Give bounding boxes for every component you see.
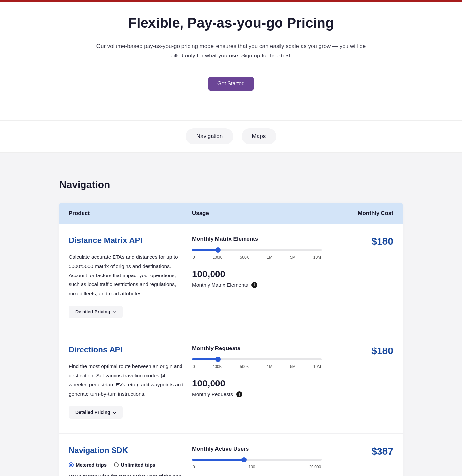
radio-checked-icon xyxy=(69,462,74,467)
monthly-cost: $180 xyxy=(328,345,393,356)
pricing-mode-radios: Metered trips Unlimited trips xyxy=(69,462,185,468)
slider-thumb[interactable] xyxy=(215,247,221,253)
detailed-pricing-label: Detailed Pricing xyxy=(75,410,110,415)
header-product: Product xyxy=(69,210,192,217)
get-started-button[interactable]: Get Started xyxy=(208,77,254,91)
table-header: Product Usage Monthly Cost xyxy=(59,203,403,224)
hero-title: Flexible, Pay-as-you-go Pricing xyxy=(7,15,455,31)
slider-ticks: 0 100 20,000 xyxy=(192,465,322,469)
usage-slider[interactable]: 0 100K 500K 1M 5M 10M xyxy=(192,358,322,369)
info-icon[interactable]: i xyxy=(236,391,242,397)
tabs-bar: Navigation Maps xyxy=(0,121,462,153)
table-row: Navigation SDK Metered trips Unlimited t… xyxy=(59,434,403,476)
usage-value-label: Monthly Requests xyxy=(192,391,233,397)
pricing-section: Navigation Product Usage Monthly Cost Di… xyxy=(0,153,462,476)
detailed-pricing-button[interactable]: Detailed Pricing xyxy=(69,306,123,318)
table-row: Distance Matrix API Calculate accurate E… xyxy=(59,224,403,333)
tab-navigation[interactable]: Navigation xyxy=(186,128,233,144)
section-title: Navigation xyxy=(59,179,403,190)
usage-value: 100,000 xyxy=(192,378,322,389)
detailed-pricing-button[interactable]: Detailed Pricing xyxy=(69,406,123,419)
slider-ticks: 0 100K 500K 1M 5M 10M xyxy=(192,255,322,260)
header-usage: Usage xyxy=(192,210,328,217)
chevron-down-icon xyxy=(113,410,116,415)
product-title-distance-matrix: Distance Matrix API xyxy=(69,236,185,245)
hero-subtitle: Our volume-based pay-as-you-go pricing m… xyxy=(89,42,373,61)
hero-section: Flexible, Pay-as-you-go Pricing Our volu… xyxy=(0,2,462,121)
pricing-table: Product Usage Monthly Cost Distance Matr… xyxy=(59,203,403,476)
usage-title: Monthly Requests xyxy=(192,345,322,352)
detailed-pricing-label: Detailed Pricing xyxy=(75,309,110,314)
usage-slider[interactable]: 0 100 20,000 xyxy=(192,459,322,469)
radio-unlimited-trips[interactable]: Unlimited trips xyxy=(114,462,155,468)
slider-thumb[interactable] xyxy=(241,457,247,462)
product-desc: Calculate accurate ETAs and distances fo… xyxy=(69,252,185,298)
header-cost: Monthly Cost xyxy=(328,210,393,217)
radio-unchecked-icon xyxy=(114,462,119,467)
usage-value: 100,000 xyxy=(192,269,322,279)
usage-title: Monthly Matrix Elements xyxy=(192,236,322,242)
table-row: Directions API Find the most optimal rou… xyxy=(59,333,403,434)
usage-value-label: Monthly Matrix Elements xyxy=(192,282,248,288)
monthly-cost: $180 xyxy=(328,236,393,247)
slider-thumb[interactable] xyxy=(215,357,221,362)
info-icon[interactable]: i xyxy=(251,282,257,288)
tab-maps[interactable]: Maps xyxy=(242,128,277,144)
usage-slider[interactable]: 0 100K 500K 1M 5M 10M xyxy=(192,249,322,260)
product-title-directions: Directions API xyxy=(69,345,185,354)
product-desc: Find the most optimal route between an o… xyxy=(69,362,185,399)
slider-ticks: 0 100K 500K 1M 5M 10M xyxy=(192,364,322,369)
product-desc: Pay a monthly fee for every active user … xyxy=(69,472,185,476)
usage-title: Monthly Active Users xyxy=(192,446,322,452)
product-title-navigation-sdk: Navigation SDK xyxy=(69,446,185,455)
chevron-down-icon xyxy=(113,309,116,314)
radio-metered-trips[interactable]: Metered trips xyxy=(69,462,107,468)
monthly-cost: $387 xyxy=(328,446,393,457)
